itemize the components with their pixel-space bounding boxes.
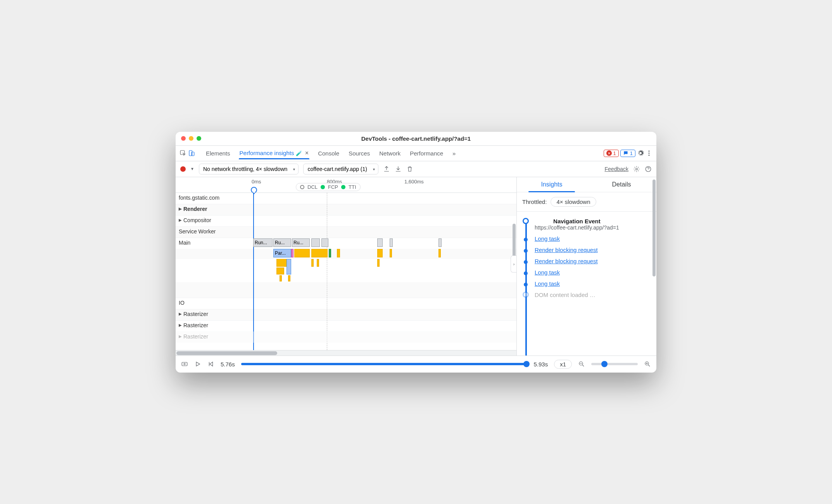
sidebar-toggle-button[interactable]: ›: [511, 255, 517, 273]
task-block[interactable]: [321, 238, 328, 247]
tab-overflow[interactable]: »: [449, 148, 459, 159]
slider-thumb[interactable]: [523, 361, 530, 367]
dcl-marker-icon: [300, 185, 304, 189]
dot-icon: [524, 283, 528, 287]
rewind-button[interactable]: [207, 361, 214, 368]
flame-block[interactable]: [337, 249, 340, 257]
track-lane[interactable]: [249, 193, 516, 204]
record-button[interactable]: [180, 166, 186, 172]
track-label[interactable]: ▶Rasterizer: [176, 332, 249, 341]
flame-lane[interactable]: [249, 259, 516, 282]
task-block[interactable]: [311, 238, 320, 247]
device-toolbar-icon[interactable]: [188, 150, 195, 157]
recorder-toolbar: ▼ No network throttling, 4× slowdown cof…: [176, 161, 656, 177]
timeline-node: Render blocking request: [522, 244, 651, 255]
chevron-right-icon: ▶: [179, 218, 182, 222]
track-label[interactable]: ▶Compositor: [176, 216, 249, 225]
tab-performance-insights[interactable]: Performance insights 🧪 ×: [236, 147, 313, 159]
insight-link[interactable]: Long task: [535, 235, 560, 242]
task-block[interactable]: [377, 238, 383, 247]
target-select[interactable]: coffee-cart.netlify.app (1): [303, 164, 378, 174]
feedback-link[interactable]: Feedback: [605, 166, 628, 172]
flame-block[interactable]: [390, 249, 392, 257]
panel-settings-icon[interactable]: [633, 166, 640, 173]
flame-block[interactable]: [438, 249, 441, 257]
insights-timeline[interactable]: Navigation Event https://coffee-cart.net…: [517, 212, 656, 356]
insight-link[interactable]: Long task: [535, 280, 560, 287]
record-options-dropdown-icon[interactable]: ▼: [190, 167, 194, 171]
settings-icon[interactable]: [637, 150, 644, 157]
zoom-in-icon[interactable]: [644, 361, 651, 368]
flame-block[interactable]: [280, 275, 282, 281]
progress-slider[interactable]: [241, 363, 528, 365]
tab-sources[interactable]: Sources: [345, 148, 374, 159]
tab-insights[interactable]: Insights: [517, 177, 587, 192]
tab-network[interactable]: Network: [375, 148, 404, 159]
help-icon[interactable]: [645, 166, 652, 173]
tracks: fonts.gstatic.com ▶Renderer ▶Compositor …: [176, 193, 516, 350]
zoom-window-button[interactable]: [197, 136, 201, 141]
task-block[interactable]: Ru...: [273, 238, 291, 247]
insight-link[interactable]: Render blocking request: [535, 258, 598, 264]
horizontal-scrollbar[interactable]: [176, 350, 516, 356]
flame-block[interactable]: [311, 249, 328, 257]
task-block[interactable]: Ru...: [292, 238, 310, 247]
throttle-label: Throttled:: [522, 198, 547, 205]
flame-block[interactable]: [311, 259, 314, 267]
playback-speed-button[interactable]: x1: [554, 360, 572, 369]
track-label[interactable]: ▶Rasterizer: [176, 309, 249, 319]
svg-rect-8: [182, 362, 187, 366]
preview-icon[interactable]: [181, 361, 188, 368]
svg-point-6: [636, 168, 638, 170]
insight-link[interactable]: Long task: [535, 269, 560, 276]
tab-details[interactable]: Details: [587, 177, 656, 192]
play-button[interactable]: [194, 361, 201, 368]
minimize-window-button[interactable]: [189, 136, 193, 141]
track-label[interactable]: ▶Rasterizer: [176, 321, 249, 330]
message-count-badge[interactable]: 1: [620, 150, 635, 157]
flame-block[interactable]: [377, 249, 383, 257]
flame-block[interactable]: [317, 259, 319, 267]
throttling-select[interactable]: No network throttling, 4× slowdown: [199, 164, 299, 174]
tab-elements[interactable]: Elements: [202, 148, 234, 159]
tab-performance[interactable]: Performance: [406, 148, 447, 159]
tab-console[interactable]: Console: [314, 148, 343, 159]
error-count-badge[interactable]: ✕ 1: [604, 150, 619, 157]
ruler-tick: 0ms: [252, 179, 261, 185]
time-ruler[interactable]: 0ms 800ms 1,600ms DCL FCP TTI: [176, 177, 516, 193]
scrollbar-thumb[interactable]: [176, 351, 277, 355]
track-label[interactable]: ▶Renderer: [176, 204, 249, 214]
end-time: 5.93s: [533, 361, 548, 368]
vertical-scrollbar[interactable]: [652, 180, 656, 276]
close-window-button[interactable]: [181, 136, 186, 141]
ring-icon: [523, 292, 529, 298]
timeline-node: Long task: [522, 233, 651, 244]
slider-thumb[interactable]: [601, 361, 608, 367]
flame-block[interactable]: [276, 268, 284, 274]
track-row: ▶Rasterizer: [176, 320, 516, 331]
delete-icon[interactable]: [406, 166, 413, 173]
tab-close-button[interactable]: ×: [305, 150, 309, 156]
task-block[interactable]: [438, 238, 442, 247]
flame-block[interactable]: [377, 259, 380, 267]
parse-block[interactable]: Par...: [273, 249, 291, 257]
flame-block[interactable]: [294, 249, 310, 257]
throttle-pill[interactable]: 4× slowdown: [551, 197, 596, 207]
error-icon: ✕: [606, 150, 612, 156]
inspect-element-icon[interactable]: [180, 150, 186, 157]
export-icon[interactable]: [383, 166, 390, 173]
zoom-slider[interactable]: [591, 363, 638, 365]
flame-block[interactable]: [291, 249, 293, 257]
zoom-out-icon[interactable]: [578, 361, 585, 368]
more-menu-icon[interactable]: [646, 150, 652, 157]
flame-block[interactable]: [287, 259, 291, 274]
task-block[interactable]: Run...: [253, 238, 273, 247]
tti-label: TTI: [349, 184, 356, 190]
flame-block[interactable]: [329, 249, 331, 257]
insight-link[interactable]: Render blocking request: [535, 247, 598, 253]
main-thread-lane[interactable]: Run... Ru... Ru...: [249, 238, 516, 249]
flame-lane[interactable]: Par...: [249, 249, 516, 259]
import-icon[interactable]: [395, 166, 402, 173]
task-block[interactable]: [390, 238, 393, 247]
flame-block[interactable]: [288, 275, 290, 281]
